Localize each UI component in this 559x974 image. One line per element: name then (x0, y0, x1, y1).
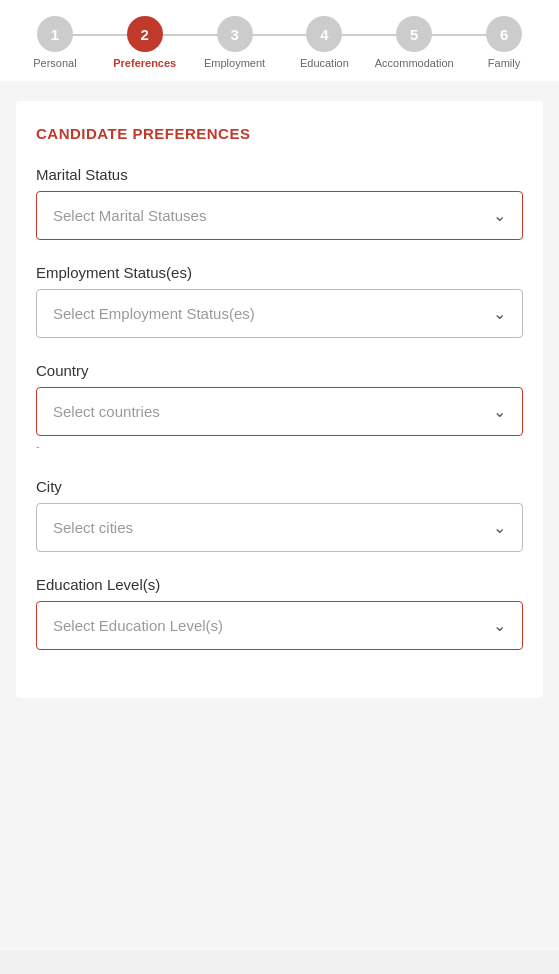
section-title: CANDIDATE PREFERENCES (36, 125, 523, 142)
stepper: 1 Personal 2 Preferences 3 Employment 4 … (0, 0, 559, 81)
country-select[interactable]: Select countries ⌄ (36, 387, 523, 436)
employment-status-placeholder: Select Employment Status(es) (53, 305, 255, 322)
education-level-placeholder: Select Education Level(s) (53, 617, 223, 634)
country-hint: - (36, 440, 40, 452)
chevron-down-icon: ⌄ (493, 518, 506, 537)
chevron-down-icon: ⌄ (493, 206, 506, 225)
country-label: Country (36, 362, 523, 379)
step-circle-4: 4 (306, 16, 342, 52)
marital-status-group: Marital Status Select Marital Statuses ⌄ (36, 166, 523, 240)
step-circle-6: 6 (486, 16, 522, 52)
country-placeholder: Select countries (53, 403, 160, 420)
employment-status-group: Employment Status(es) Select Employment … (36, 264, 523, 338)
education-level-label: Education Level(s) (36, 576, 523, 593)
employment-status-select[interactable]: Select Employment Status(es) ⌄ (36, 289, 523, 338)
step-6[interactable]: 6 Family (459, 16, 549, 69)
chevron-down-icon: ⌄ (493, 304, 506, 323)
chevron-down-icon: ⌄ (493, 402, 506, 421)
step-label-3: Employment (204, 57, 265, 69)
marital-status-placeholder: Select Marital Statuses (53, 207, 206, 224)
education-level-select[interactable]: Select Education Level(s) ⌄ (36, 601, 523, 650)
step-label-1: Personal (33, 57, 76, 69)
step-circle-1: 1 (37, 16, 73, 52)
step-3[interactable]: 3 Employment (190, 16, 280, 69)
step-4[interactable]: 4 Education (279, 16, 369, 69)
marital-status-label: Marital Status (36, 166, 523, 183)
chevron-down-icon: ⌄ (493, 616, 506, 635)
education-level-group: Education Level(s) Select Education Leve… (36, 576, 523, 650)
city-select[interactable]: Select cities ⌄ (36, 503, 523, 552)
city-placeholder: Select cities (53, 519, 133, 536)
step-label-6: Family (488, 57, 520, 69)
marital-status-select[interactable]: Select Marital Statuses ⌄ (36, 191, 523, 240)
form-card: CANDIDATE PREFERENCES Marital Status Sel… (16, 101, 543, 698)
step-2[interactable]: 2 Preferences (100, 16, 190, 69)
step-circle-3: 3 (217, 16, 253, 52)
main-content: CANDIDATE PREFERENCES Marital Status Sel… (0, 81, 559, 951)
step-label-4: Education (300, 57, 349, 69)
country-group: Country Select countries ⌄ - (36, 362, 523, 454)
step-circle-2: 2 (127, 16, 163, 52)
step-5[interactable]: 5 Accommodation (369, 16, 459, 69)
step-label-5: Accommodation (375, 57, 454, 69)
step-label-2: Preferences (113, 57, 176, 69)
city-label: City (36, 478, 523, 495)
employment-status-label: Employment Status(es) (36, 264, 523, 281)
step-circle-5: 5 (396, 16, 432, 52)
step-1[interactable]: 1 Personal (10, 16, 100, 69)
city-group: City Select cities ⌄ (36, 478, 523, 552)
